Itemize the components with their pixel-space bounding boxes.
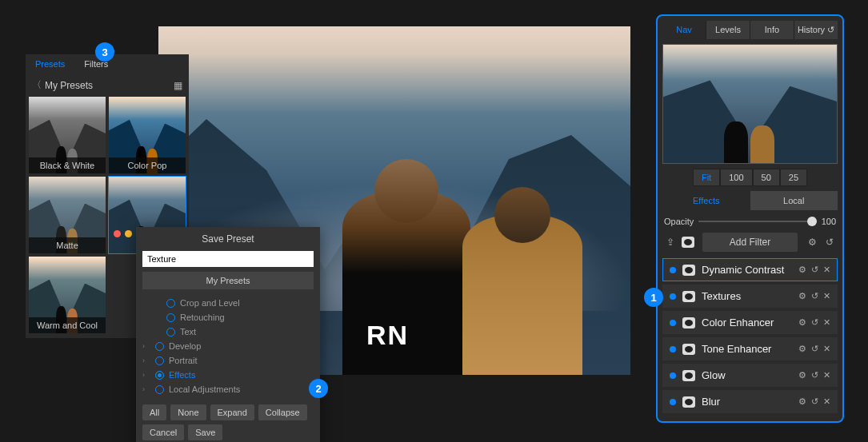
gear-icon[interactable]: ⚙ bbox=[806, 236, 818, 249]
reset-icon[interactable]: ↺ bbox=[811, 265, 818, 275]
gear-icon[interactable]: ⚙ bbox=[798, 291, 806, 301]
opacity-label: Opacity bbox=[664, 217, 694, 226]
reset-icon[interactable]: ↺ bbox=[811, 291, 818, 301]
reset-icon[interactable]: ↺ bbox=[811, 344, 818, 354]
shirt-text: RN bbox=[366, 320, 409, 351]
reset-icon[interactable]: ↺ bbox=[823, 236, 836, 249]
preset-name-input[interactable] bbox=[142, 251, 314, 267]
preset-warm-and-cool[interactable]: Warm and Cool bbox=[29, 257, 106, 333]
close-icon[interactable]: ✕ bbox=[823, 265, 830, 275]
close-icon[interactable]: ✕ bbox=[823, 344, 830, 354]
export-icon[interactable]: ⇪ bbox=[664, 236, 677, 249]
save-preset-dialog: Save Preset My Presets Crop and Level Re… bbox=[136, 227, 320, 442]
filter-name: Textures bbox=[702, 290, 792, 302]
tree-item[interactable]: Retouching bbox=[142, 310, 314, 325]
add-filter-row: ⇪ Add Filter ⚙ ↺ bbox=[664, 233, 836, 252]
preset-folder-button[interactable]: My Presets bbox=[142, 272, 314, 289]
zoom-100-button[interactable]: 100 bbox=[720, 169, 752, 186]
close-icon[interactable]: ✕ bbox=[823, 370, 830, 380]
filter-item-tone-enhancer[interactable]: Tone Enhancer ⚙↺✕ bbox=[662, 337, 838, 360]
reset-icon[interactable]: ↺ bbox=[811, 317, 818, 328]
tree-item[interactable]: ›Develop bbox=[142, 339, 314, 353]
enable-dot-icon[interactable] bbox=[670, 372, 676, 379]
filter-name: Color Enhancer bbox=[702, 317, 792, 329]
zoom-25-button[interactable]: 25 bbox=[780, 169, 807, 186]
preset-label: Black & White bbox=[29, 157, 106, 173]
enable-dot-icon[interactable] bbox=[670, 346, 676, 352]
presets-header: 〈 My Presets ▦ bbox=[26, 74, 189, 97]
filter-name: Blur bbox=[702, 396, 792, 408]
save-button[interactable]: Save bbox=[188, 424, 222, 440]
filter-item-textures[interactable]: Textures ⚙↺✕ bbox=[662, 285, 838, 308]
presets-title: My Presets bbox=[45, 80, 93, 91]
gear-icon[interactable]: ⚙ bbox=[798, 370, 806, 380]
filter-name: Dynamic Contrast bbox=[702, 264, 792, 276]
close-icon[interactable]: ✕ bbox=[823, 291, 830, 301]
navigator-thumbnail[interactable] bbox=[662, 44, 838, 164]
back-chevron-icon[interactable]: 〈 bbox=[32, 78, 42, 92]
add-filter-button[interactable]: Add Filter bbox=[702, 233, 798, 252]
tree-item[interactable]: ›Portrait bbox=[142, 353, 314, 368]
tab-local[interactable]: Local bbox=[750, 191, 838, 210]
gear-icon[interactable]: ⚙ bbox=[798, 317, 806, 328]
callout-badge-3: 3 bbox=[95, 42, 114, 62]
gear-icon[interactable]: ⚙ bbox=[798, 344, 806, 354]
mask-icon[interactable] bbox=[682, 291, 695, 302]
close-icon[interactable]: ✕ bbox=[823, 317, 830, 328]
zoom-50-button[interactable]: 50 bbox=[753, 169, 780, 186]
mask-icon[interactable] bbox=[682, 344, 695, 355]
tree-item[interactable]: Crop and Level bbox=[142, 296, 314, 310]
filter-item-dynamic-contrast[interactable]: Dynamic Contrast ⚙↺✕ bbox=[662, 258, 838, 281]
preset-matte[interactable]: Matte bbox=[29, 177, 106, 253]
tab-nav[interactable]: Nav bbox=[662, 21, 706, 39]
filter-name: Glow bbox=[702, 369, 792, 381]
tree-item[interactable]: ›Effects bbox=[142, 368, 314, 382]
grid-view-icon[interactable]: ▦ bbox=[174, 80, 182, 91]
none-button[interactable]: None bbox=[170, 404, 206, 420]
enable-dot-icon[interactable] bbox=[670, 399, 676, 405]
all-button[interactable]: All bbox=[142, 404, 166, 420]
mask-icon[interactable] bbox=[682, 370, 695, 381]
zoom-fit-button[interactable]: Fit bbox=[693, 169, 720, 186]
enable-dot-icon[interactable] bbox=[670, 293, 676, 300]
filter-item-color-enhancer[interactable]: Color Enhancer ⚙↺✕ bbox=[662, 311, 838, 334]
cancel-button[interactable]: Cancel bbox=[142, 424, 184, 440]
mask-icon[interactable] bbox=[682, 396, 695, 408]
tree-item[interactable]: Text bbox=[142, 325, 314, 339]
enable-dot-icon[interactable] bbox=[670, 320, 676, 326]
callout-badge-1: 1 bbox=[644, 288, 663, 307]
collapse-button[interactable]: Collapse bbox=[258, 404, 307, 420]
gear-icon[interactable]: ⚙ bbox=[798, 265, 806, 275]
opacity-slider[interactable] bbox=[698, 221, 816, 222]
tab-presets[interactable]: Presets bbox=[26, 54, 74, 74]
mask-icon[interactable] bbox=[682, 265, 695, 276]
gear-icon[interactable]: ⚙ bbox=[798, 396, 806, 407]
tab-levels[interactable]: Levels bbox=[706, 21, 750, 39]
expand-button[interactable]: Expand bbox=[210, 404, 254, 420]
chevron-right-icon[interactable]: › bbox=[142, 356, 150, 364]
preset-label: Matte bbox=[29, 237, 106, 253]
reset-icon[interactable]: ↺ bbox=[811, 396, 818, 407]
preset-color-pop[interactable]: Color Pop bbox=[109, 97, 186, 173]
filter-name: Tone Enhancer bbox=[702, 343, 792, 355]
settings-tree: Crop and Level Retouching Text ›Develop … bbox=[142, 296, 314, 396]
close-icon[interactable]: ✕ bbox=[823, 396, 830, 407]
filter-item-glow[interactable]: Glow ⚙↺✕ bbox=[662, 364, 838, 387]
master-mask-icon[interactable] bbox=[682, 237, 694, 248]
chevron-right-icon[interactable]: › bbox=[142, 342, 150, 350]
callout-badge-2: 2 bbox=[309, 379, 328, 398]
tab-effects[interactable]: Effects bbox=[662, 191, 750, 210]
reset-icon[interactable]: ↺ bbox=[811, 370, 818, 380]
tab-info[interactable]: Info bbox=[750, 21, 794, 39]
tab-history[interactable]: History↺ bbox=[794, 21, 838, 39]
preset-black-and-white[interactable]: Black & White bbox=[29, 97, 106, 173]
mask-icon[interactable] bbox=[682, 317, 695, 329]
zoom-controls: Fit 100 50 25 bbox=[662, 169, 838, 186]
effects-local-tabs: Effects Local bbox=[662, 191, 838, 210]
tree-item[interactable]: ›Local Adjustments bbox=[142, 382, 314, 396]
opacity-value: 100 bbox=[822, 217, 836, 226]
chevron-right-icon[interactable]: › bbox=[142, 371, 150, 379]
chevron-right-icon[interactable]: › bbox=[142, 385, 150, 393]
enable-dot-icon[interactable] bbox=[670, 267, 676, 273]
filter-item-blur[interactable]: Blur ⚙↺✕ bbox=[662, 390, 838, 413]
